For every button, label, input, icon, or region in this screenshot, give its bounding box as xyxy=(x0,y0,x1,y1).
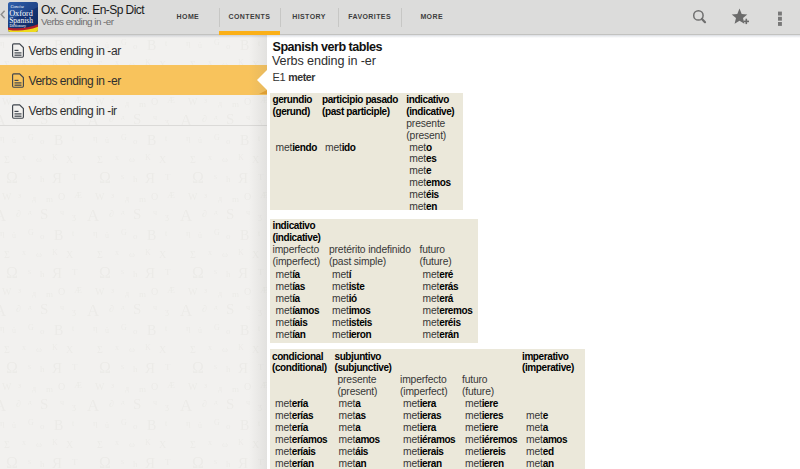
svg-text:Dictionary: Dictionary xyxy=(9,24,26,28)
